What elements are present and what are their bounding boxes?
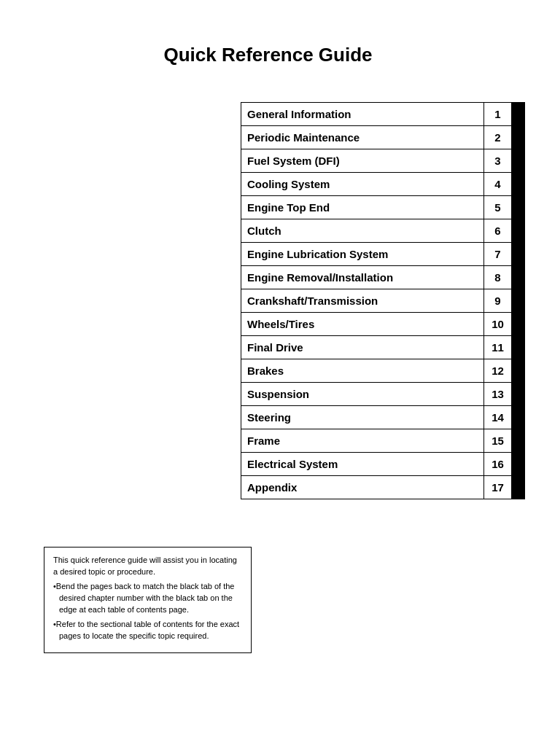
toc-item-number: 1	[483, 103, 511, 125]
toc-item-label: Appendix	[241, 476, 483, 499]
info-box: This quick reference guide will assist y…	[44, 547, 252, 653]
toc-item-label: Engine Top End	[241, 196, 483, 219]
toc-item-number: 2	[483, 126, 511, 149]
toc-row[interactable]: Clutch6	[241, 219, 525, 242]
toc-item-number: 8	[483, 266, 511, 289]
toc-item-tab	[511, 266, 524, 289]
toc-item-tab	[511, 383, 524, 405]
toc-row[interactable]: Engine Lubrication System7	[241, 242, 525, 265]
toc-item-tab	[511, 313, 524, 335]
toc-item-number: 11	[483, 336, 511, 359]
toc-item-tab	[511, 126, 524, 149]
toc-item-number: 13	[483, 383, 511, 405]
toc-row[interactable]: Suspension13	[241, 382, 525, 405]
toc-row[interactable]: Cooling System4	[241, 172, 525, 195]
toc-item-label: Fuel System (DFI)	[241, 149, 483, 172]
info-box-bullet: •Bend the pages back to match the black …	[53, 581, 242, 616]
toc-item-label: Electrical System	[241, 453, 483, 475]
toc-row[interactable]: Frame15	[241, 429, 525, 452]
toc-container: General Information1Periodic Maintenance…	[241, 102, 525, 499]
toc-item-label: Frame	[241, 429, 483, 452]
toc-item-label: Crankshaft/Transmission	[241, 289, 483, 312]
info-box-main-text: This quick reference guide will assist y…	[53, 555, 242, 578]
toc-row[interactable]: Periodic Maintenance2	[241, 125, 525, 149]
toc-item-tab	[511, 196, 524, 219]
page-title: Quick Reference Guide	[0, 0, 536, 103]
toc-row[interactable]: Final Drive11	[241, 335, 525, 359]
toc-item-label: Cooling System	[241, 173, 483, 195]
toc-item-label: Wheels/Tires	[241, 313, 483, 335]
toc-item-label: Periodic Maintenance	[241, 126, 483, 149]
toc-item-tab	[511, 336, 524, 359]
toc-item-tab	[511, 219, 524, 242]
toc-item-tab	[511, 289, 524, 312]
toc-item-label: Suspension	[241, 383, 483, 405]
toc-row[interactable]: General Information1	[241, 102, 525, 125]
toc-row[interactable]: Fuel System (DFI)3	[241, 149, 525, 172]
toc-item-number: 17	[483, 476, 511, 499]
toc-item-tab	[511, 406, 524, 429]
toc-item-number: 9	[483, 289, 511, 312]
toc-row[interactable]: Engine Removal/Installation8	[241, 265, 525, 289]
toc-row[interactable]: Electrical System16	[241, 452, 525, 475]
toc-item-number: 5	[483, 196, 511, 219]
toc-item-label: Engine Removal/Installation	[241, 266, 483, 289]
toc-item-label: Engine Lubrication System	[241, 243, 483, 265]
toc-item-tab	[511, 359, 524, 382]
toc-item-label: Clutch	[241, 219, 483, 242]
toc-item-label: Steering	[241, 406, 483, 429]
toc-row[interactable]: Engine Top End5	[241, 195, 525, 219]
toc-row[interactable]: Brakes12	[241, 359, 525, 382]
toc-item-number: 6	[483, 219, 511, 242]
toc-item-label: Final Drive	[241, 336, 483, 359]
toc-item-number: 4	[483, 173, 511, 195]
toc-item-number: 14	[483, 406, 511, 429]
toc-item-label: General Information	[241, 103, 483, 125]
toc-row[interactable]: Crankshaft/Transmission9	[241, 289, 525, 312]
toc-row[interactable]: Steering14	[241, 405, 525, 429]
toc-item-number: 16	[483, 453, 511, 475]
toc-item-number: 15	[483, 429, 511, 452]
toc-item-tab	[511, 103, 524, 125]
toc-item-tab	[511, 476, 524, 499]
toc-item-tab	[511, 453, 524, 475]
toc-item-number: 7	[483, 243, 511, 265]
toc-item-number: 12	[483, 359, 511, 382]
toc-row[interactable]: Wheels/Tires10	[241, 312, 525, 335]
toc-item-tab	[511, 429, 524, 452]
toc-item-tab	[511, 243, 524, 265]
toc-item-tab	[511, 149, 524, 172]
toc-item-number: 10	[483, 313, 511, 335]
toc-item-number: 3	[483, 149, 511, 172]
toc-item-label: Brakes	[241, 359, 483, 382]
info-box-bullet: •Refer to the sectional table of content…	[53, 619, 242, 642]
toc-item-tab	[511, 173, 524, 195]
toc-row[interactable]: Appendix17	[241, 475, 525, 499]
